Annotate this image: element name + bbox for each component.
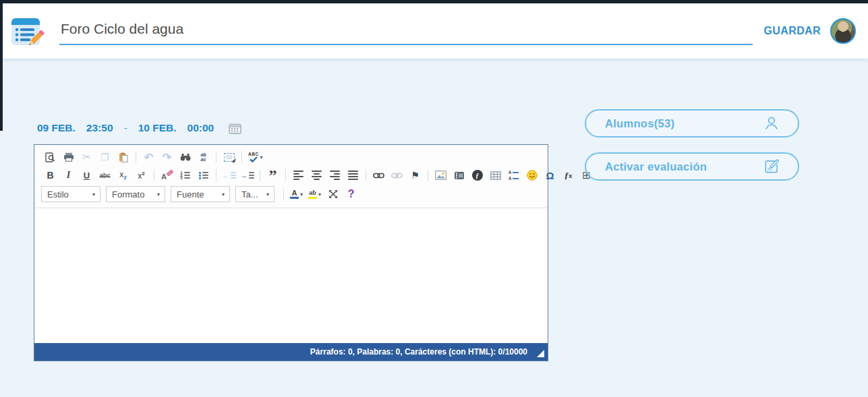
outdent-button[interactable]: ←: [221, 168, 237, 183]
bulleted-list-icon: [199, 172, 208, 179]
binoculars-icon: [180, 153, 191, 161]
calendar-button[interactable]: [229, 123, 241, 134]
start-time[interactable]: 23:50: [86, 122, 113, 134]
chevron-down-icon: ▾: [157, 191, 160, 197]
copy-button[interactable]: ❐: [97, 150, 113, 164]
strikethrough-button[interactable]: abc: [97, 168, 113, 183]
bulleted-list-button[interactable]: [196, 168, 211, 183]
print-button[interactable]: [61, 150, 76, 164]
indent-button[interactable]: →: [239, 168, 255, 183]
link-button[interactable]: [371, 168, 386, 183]
editor-body[interactable]: [34, 208, 548, 343]
editor-toolbar: ✂ ❐ ↶ ↷: [34, 145, 548, 208]
bg-color-letters: ab: [309, 189, 316, 196]
preview-icon: [45, 152, 55, 162]
video-icon: [454, 171, 465, 180]
evaluate-edit-icon: A+: [763, 158, 780, 175]
toolbar-separator: [260, 169, 260, 181]
styles-select[interactable]: Estilo ▾: [41, 186, 100, 202]
replace-icon-top: ab: [200, 152, 206, 157]
text-color-bar: [290, 197, 299, 199]
anchor-button[interactable]: ⚑: [407, 168, 423, 183]
toolbar-row-3: Estilo ▾ Formato ▾ Fuente ▾ Ta... ▾: [41, 186, 542, 202]
flash-icon: ƒ: [472, 170, 483, 181]
align-right-button[interactable]: [327, 168, 343, 183]
chevron-down-icon: ▾: [92, 191, 95, 197]
page: GUARDAR 09 FEB. 23:50 - 10 FEB. 00:00: [0, 0, 868, 397]
unlink-button[interactable]: [389, 168, 405, 183]
align-left-button[interactable]: [291, 168, 306, 183]
paste-button[interactable]: [115, 150, 131, 164]
chevron-down-icon: ▾: [318, 191, 321, 197]
horizontal-rule-button[interactable]: [506, 168, 521, 183]
toolbar-separator: [136, 151, 136, 163]
image-icon: [435, 171, 446, 180]
blockquote-button[interactable]: ”: [265, 171, 281, 180]
toolbar-row-2: B I U abc x2 x2 A: [41, 168, 542, 183]
bold-button[interactable]: B: [42, 168, 58, 183]
superscript-icon: x2: [138, 171, 144, 181]
horizontal-rule-icon: [509, 170, 519, 181]
insert-image-button[interactable]: [433, 168, 449, 183]
italic-button[interactable]: I: [61, 168, 76, 183]
forum-title-input[interactable]: [59, 17, 753, 45]
toolbar-separator: [154, 169, 154, 181]
calendar-icon: [229, 123, 241, 134]
smiley-button[interactable]: [524, 168, 540, 183]
spellcheck-button[interactable]: ABC ▾: [247, 150, 264, 164]
find-button[interactable]: [177, 150, 193, 164]
numbered-list-icon: [180, 172, 190, 179]
end-time[interactable]: 00:00: [187, 122, 214, 134]
redo-button[interactable]: ↷: [159, 150, 175, 164]
numbered-list-button[interactable]: [177, 168, 193, 183]
superscript-button[interactable]: x2: [134, 168, 149, 183]
align-center-button[interactable]: [309, 168, 324, 183]
user-avatar[interactable]: [830, 18, 856, 44]
word-count-status: Párrafos: 0, Palabras: 0, Carácteres (co…: [310, 347, 527, 357]
smiley-icon: [527, 170, 538, 181]
insert-flash-button[interactable]: ƒ: [469, 168, 485, 183]
subscript-icon: x2: [119, 170, 126, 181]
undo-button[interactable]: ↶: [141, 150, 156, 164]
math-formula-button[interactable]: ƒx: [560, 168, 576, 183]
bg-color-button[interactable]: ab ▾: [307, 187, 322, 202]
chevron-down-icon: ▾: [260, 154, 263, 160]
start-date[interactable]: 09 FEB.: [37, 122, 76, 134]
schedule-row: 09 FEB. 23:50 - 10 FEB. 00:00: [37, 122, 241, 134]
app-logo-icon: [9, 13, 45, 49]
underline-button[interactable]: U: [79, 168, 94, 183]
font-select[interactable]: Fuente ▾: [171, 186, 230, 202]
toolbar-separator: [241, 151, 242, 163]
format-select[interactable]: Formato ▾: [106, 186, 165, 202]
replace-button[interactable]: ab ac: [196, 150, 211, 164]
window-edge-left: [0, 0, 3, 131]
insert-table-button[interactable]: [488, 168, 503, 183]
size-select[interactable]: Ta... ▾: [235, 186, 274, 202]
align-right-icon: [330, 171, 340, 180]
end-date[interactable]: 10 FEB.: [138, 122, 177, 134]
help-button[interactable]: ?: [343, 187, 359, 202]
insert-video-button[interactable]: [451, 168, 467, 183]
text-color-button[interactable]: A ▾: [289, 187, 304, 202]
maximize-button[interactable]: [325, 187, 341, 202]
cut-button[interactable]: ✂: [79, 150, 94, 164]
text-color-icon: A: [290, 189, 299, 199]
save-button[interactable]: GUARDAR: [763, 25, 821, 37]
align-center-icon: [312, 171, 322, 180]
replace-icon: ab ac: [200, 152, 206, 162]
resize-handle[interactable]: [537, 350, 544, 357]
indent-arrow: →: [240, 171, 248, 179]
table-icon: [490, 171, 501, 180]
date-range-dash: -: [124, 122, 127, 134]
align-justify-button[interactable]: [345, 168, 361, 183]
preview-button[interactable]: [42, 150, 58, 164]
remove-format-button[interactable]: A: [159, 168, 175, 183]
subscript-button[interactable]: x2: [115, 168, 131, 183]
toolbar-separator: [366, 169, 366, 181]
window-edge-top: [0, 0, 868, 3]
activate-evaluation-button[interactable]: Activar evaluación A+: [585, 152, 799, 181]
select-all-button[interactable]: [221, 150, 237, 164]
special-char-button[interactable]: Ω: [542, 168, 558, 183]
students-button[interactable]: Alumnos(53): [585, 109, 799, 138]
align-justify-icon: [348, 171, 358, 180]
